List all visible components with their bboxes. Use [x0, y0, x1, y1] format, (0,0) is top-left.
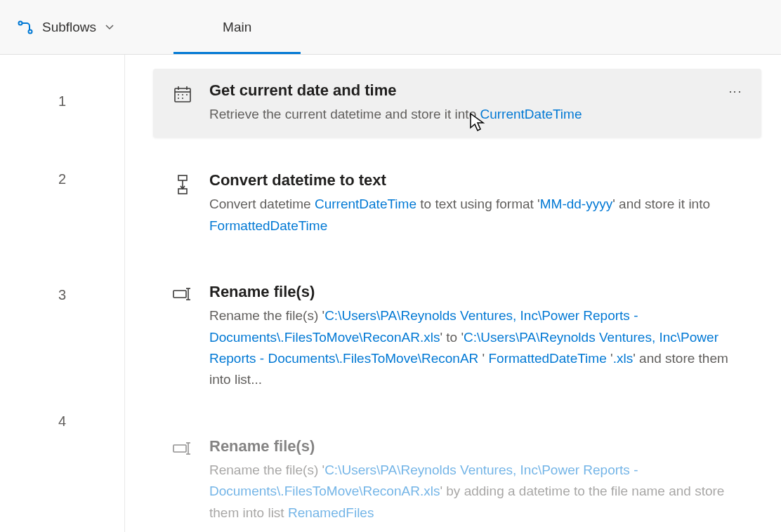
step-description: Retrieve the current datetime and store …: [209, 104, 725, 125]
description-text: ': [483, 351, 489, 366]
literal-token: MM-dd-yyyy: [540, 197, 612, 211]
line-number: 3: [0, 225, 124, 365]
step-body: Get current date and time Retrieve the c…: [209, 81, 725, 125]
variable-token[interactable]: FormattedDateTime: [209, 218, 327, 233]
literal-token: .xls: [613, 351, 634, 366]
step-title: Convert datetime to text: [209, 171, 746, 189]
convert-icon: [169, 174, 197, 195]
line-number: 2: [0, 133, 124, 225]
tab-main[interactable]: Main: [173, 0, 301, 54]
step-row[interactable]: Convert datetime to text Convert datetim…: [153, 159, 761, 249]
step-description: Rename the file(s) 'C:\Users\PA\Reynolds…: [209, 305, 746, 391]
rename-icon: [169, 440, 197, 455]
svg-point-0: [19, 21, 22, 25]
step-title: Rename file(s): [209, 437, 746, 455]
description-text: Rename the file(s) ': [209, 463, 324, 477]
step-row[interactable]: Get current date and time Retrieve the c…: [153, 69, 761, 138]
line-number: 1: [0, 69, 124, 133]
step-body: Rename file(s) Rename the file(s) 'C:\Us…: [209, 283, 746, 391]
top-bar: Subflows Main: [0, 0, 781, 55]
description-text: Rename the file(s) ': [209, 308, 324, 323]
variable-token[interactable]: FormattedDateTime: [489, 351, 607, 366]
svg-rect-14: [173, 291, 186, 298]
step-row[interactable]: Rename file(s) Rename the file(s) 'C:\Us…: [153, 270, 761, 404]
step-description: Rename the file(s) 'C:\Users\PA\Reynolds…: [209, 460, 746, 524]
calendar-icon: [169, 84, 197, 104]
step-body: Rename file(s) Rename the file(s) 'C:\Us…: [209, 437, 746, 524]
description-text: Retrieve the current datetime and store …: [209, 107, 480, 121]
content-area: 1 2 3 4 Get current date: [0, 55, 781, 532]
step-body: Convert datetime to text Convert datetim…: [209, 171, 746, 237]
steps-list: Get current date and time Retrieve the c…: [125, 55, 781, 532]
line-number-gutter: 1 2 3 4: [0, 55, 125, 532]
description-text: to text using format ': [416, 197, 540, 211]
subflows-label: Subflows: [42, 20, 96, 35]
description-text: ': [607, 351, 613, 366]
step-description: Convert datetime CurrentDateTime to text…: [209, 194, 746, 237]
more-actions-button[interactable]: ⋮: [725, 86, 746, 100]
subflows-icon: [17, 19, 34, 36]
variable-token[interactable]: CurrentDateTime: [315, 197, 416, 211]
step-title: Get current date and time: [209, 81, 725, 100]
svg-rect-18: [173, 445, 186, 452]
chevron-down-icon: [105, 20, 114, 35]
svg-rect-11: [178, 175, 187, 180]
step-row[interactable]: Rename file(s) Rename the file(s) 'C:\Us…: [153, 425, 761, 532]
tab-label: Main: [223, 20, 251, 35]
variable-token[interactable]: CurrentDateTime: [480, 107, 582, 121]
variable-token[interactable]: RenamedFiles: [288, 505, 374, 520]
rename-icon: [169, 286, 197, 301]
description-text: ' to ': [440, 330, 464, 345]
tab-strip: Main: [173, 0, 301, 54]
step-title: Rename file(s): [209, 283, 746, 301]
svg-point-1: [29, 29, 32, 33]
subflows-dropdown[interactable]: Subflows: [0, 0, 131, 54]
description-text: Convert datetime: [209, 197, 315, 211]
description-text: ' and store it into: [612, 197, 710, 211]
line-number: 4: [0, 365, 124, 477]
